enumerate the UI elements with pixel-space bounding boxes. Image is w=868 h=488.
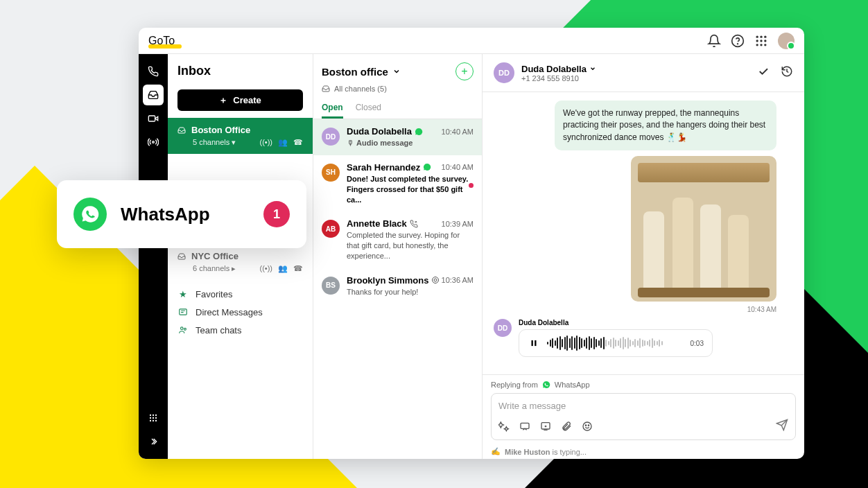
chevron-down-icon (589, 65, 596, 72)
rail-phone-icon[interactable] (143, 61, 164, 82)
conversation-item[interactable]: BSBrooklyn Simmons 10:36 AMThanks for yo… (313, 268, 482, 304)
office-name: Boston Office (191, 125, 250, 135)
svg-point-20 (153, 420, 154, 421)
send-button[interactable] (776, 419, 788, 434)
brand-logo: GoTo (148, 35, 175, 47)
attachment-icon[interactable] (561, 421, 572, 432)
star-icon: ★ (177, 288, 189, 299)
new-conversation-button[interactable]: + (455, 62, 474, 80)
misc-label: Team chats (196, 325, 241, 336)
message-input[interactable] (498, 401, 788, 411)
reply-from-label: Replying from (491, 381, 538, 389)
audio-waveform[interactable] (547, 336, 684, 351)
nav-rail (139, 54, 168, 459)
inbox-icon (177, 252, 186, 261)
audio-pause-button[interactable] (528, 337, 540, 349)
history-icon[interactable] (781, 65, 793, 80)
svg-point-15 (155, 415, 157, 416)
svg-point-5 (756, 40, 758, 42)
inbox-icon (322, 85, 330, 93)
svg-rect-29 (521, 423, 529, 428)
conversations-column: Boston office + All channels (5) Open Cl… (313, 54, 483, 459)
svg-point-19 (150, 420, 151, 421)
rail-dialpad-icon[interactable] (143, 408, 164, 428)
team-icon (177, 324, 189, 336)
rail-expand-icon[interactable] (143, 431, 164, 452)
contact-name[interactable]: Duda Dolabella (521, 64, 596, 74)
svg-rect-11 (148, 116, 155, 121)
conversation-name: Duda Dolabella (347, 126, 423, 137)
inbox-column: Inbox Create Boston Office 5 channels ▾ … (168, 54, 313, 459)
conversation-item[interactable]: ABAnnette Black 10:39 AMCompleted the su… (313, 211, 482, 268)
audio-message: DD Duda Dolabella 0:03 (494, 319, 776, 357)
svg-point-12 (153, 141, 155, 143)
misc-label: Favorites (196, 289, 232, 299)
tab-closed[interactable]: Closed (356, 98, 381, 119)
chat-panel: DD Duda Dolabella +1 234 555 8910 (483, 54, 804, 459)
unread-dot (469, 183, 474, 188)
whatsapp-card[interactable]: WhatsApp 1 (57, 180, 306, 248)
apps-grid-icon[interactable] (754, 34, 768, 48)
create-button[interactable]: Create (177, 89, 303, 111)
svg-point-31 (583, 422, 591, 430)
avatar: DD (322, 128, 340, 146)
office-status-icons: ((•))👥☎ (259, 264, 303, 273)
mark-done-icon[interactable] (757, 65, 770, 80)
office-name: NYC Office (191, 251, 238, 261)
inbox-title: Inbox (177, 64, 303, 78)
office-nyc[interactable]: NYC Office 6 channels ▸ ((•))👥☎ (168, 244, 313, 280)
conversations-sub[interactable]: All channels (5) (313, 83, 482, 98)
svg-point-3 (760, 35, 762, 37)
contact-phone: +1 234 555 8910 (521, 74, 596, 82)
svg-point-25 (434, 279, 437, 281)
reply-channel: WhatsApp (555, 381, 590, 389)
conversation-time: 10:40 AM (442, 128, 474, 136)
rail-broadcast-icon[interactable] (143, 132, 164, 152)
tab-open[interactable]: Open (322, 98, 343, 119)
pencil-icon: ✍️ (491, 447, 501, 456)
rail-video-icon[interactable] (143, 108, 164, 129)
conversation-time: 10:36 AM (442, 276, 474, 284)
svg-point-9 (760, 44, 762, 46)
conversation-item[interactable]: DDDuda Dolabella 10:40 AM🎙 Audio message (313, 119, 482, 155)
svg-point-7 (764, 40, 766, 42)
team-chats-link[interactable]: Team chats (177, 324, 303, 336)
topbar: GoTo (139, 28, 804, 54)
svg-point-8 (756, 44, 758, 46)
svg-point-1 (738, 43, 738, 44)
conversation-name: Sarah Hernandez (347, 162, 431, 173)
svg-point-33 (588, 425, 589, 426)
svg-point-21 (155, 420, 157, 421)
conversation-name: Brooklyn Simmons (347, 275, 440, 286)
office-boston[interactable]: Boston Office 5 channels ▾ ((•))👥☎ (168, 118, 313, 154)
svg-point-4 (764, 35, 766, 37)
dm-icon (177, 306, 189, 317)
conversations-title[interactable]: Boston office (322, 66, 401, 78)
favorites-link[interactable]: ★ Favorites (177, 288, 303, 299)
ai-assist-icon[interactable] (498, 421, 510, 432)
conversation-item[interactable]: SHSarah Hernandez 10:40 AMDone! Just com… (313, 155, 482, 212)
whatsapp-icon (542, 381, 550, 389)
svg-point-6 (760, 40, 762, 42)
avatar: AB (322, 220, 340, 238)
rail-inbox-icon[interactable] (143, 85, 164, 105)
conversation-snippet: Done! Just completed the survey. Fingers… (347, 174, 474, 205)
conversation-name: Annette Black (347, 218, 418, 229)
message-image[interactable] (631, 156, 776, 302)
typing-indicator: ✍️ Mike Huston is typing... (483, 444, 804, 459)
svg-point-26 (433, 277, 439, 284)
quick-reply-icon[interactable] (519, 421, 530, 432)
emoji-icon[interactable] (582, 421, 593, 432)
template-icon[interactable] (540, 421, 551, 432)
svg-point-18 (155, 417, 157, 419)
avatar: SH (322, 164, 340, 182)
notifications-icon[interactable] (707, 34, 721, 48)
office-status-icons: ((•))👥☎ (259, 138, 303, 147)
whatsapp-label: WhatsApp (121, 204, 250, 225)
direct-messages-link[interactable]: Direct Messages (177, 306, 303, 317)
audio-sender-name: Duda Dolabella (519, 319, 713, 326)
help-icon[interactable] (731, 34, 745, 48)
svg-point-24 (184, 328, 186, 330)
user-avatar[interactable] (778, 33, 795, 49)
inbox-icon (177, 126, 186, 134)
